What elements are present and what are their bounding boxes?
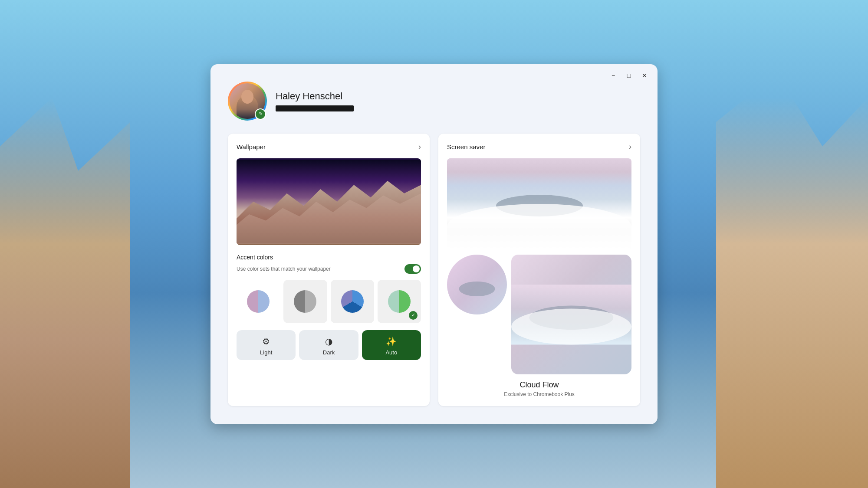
wallpaper-panel-header[interactable]: Wallpaper ›	[237, 142, 421, 151]
swatch-circle-2	[294, 290, 316, 313]
screensaver-thumbnails	[447, 255, 631, 375]
wallpaper-panel: Wallpaper ›	[228, 134, 430, 406]
profile-section: ✎ Haley Henschel	[228, 82, 640, 121]
screensaver-panel-title: Screen saver	[447, 143, 485, 151]
avatar-container: ✎	[228, 82, 267, 121]
color-swatch-3[interactable]	[331, 280, 374, 323]
swatch-selected-check: ✓	[409, 311, 418, 320]
edit-icon: ✎	[259, 111, 263, 117]
theme-auto-label: Auto	[385, 349, 397, 356]
wallpaper-chevron-icon: ›	[418, 142, 421, 151]
screensaver-subtitle: Exclusive to Chromebook Plus	[447, 391, 631, 397]
avatar-edit-button[interactable]: ✎	[255, 108, 266, 120]
title-bar: − □ ✕	[600, 64, 658, 87]
profile-email	[276, 105, 354, 111]
panels-row: Wallpaper ›	[228, 134, 640, 406]
screensaver-panel-header[interactable]: Screen saver ›	[447, 142, 631, 151]
accent-subtitle: Use color sets that match your wallpaper	[237, 266, 331, 272]
thumb-island-small	[459, 282, 495, 297]
close-button[interactable]: ✕	[638, 69, 651, 82]
color-swatch-1[interactable]	[237, 280, 280, 323]
theme-auto-button[interactable]: ✨ Auto	[362, 330, 421, 360]
window-content: ✎ Haley Henschel Wallpaper ›	[210, 64, 658, 424]
theme-buttons: ⚙ Light ◑ Dark ✨ Auto	[237, 330, 421, 360]
accent-subtitle-row: Use color sets that match your wallpaper	[237, 264, 421, 274]
swatch-circle-4	[388, 290, 411, 313]
dark-icon: ◑	[325, 336, 332, 347]
svg-point-5	[511, 308, 631, 344]
swatch-circle-3	[341, 290, 364, 313]
theme-light-button[interactable]: ⚙ Light	[237, 330, 296, 360]
theme-light-label: Light	[260, 349, 272, 356]
accent-toggle[interactable]	[404, 264, 421, 274]
screensaver-name: Cloud Flow	[447, 380, 631, 390]
auto-icon: ✨	[386, 336, 397, 347]
swatch-circle-1	[247, 290, 270, 313]
wallpaper-svg	[237, 158, 421, 245]
profile-name: Haley Henschel	[276, 91, 354, 102]
color-swatches: ✓	[237, 280, 421, 323]
color-swatch-2[interactable]	[283, 280, 327, 323]
screensaver-main-preview[interactable]	[447, 158, 631, 249]
cloud-layer	[447, 204, 631, 249]
personalization-window: − □ ✕ ✎ Haley Henschel	[210, 64, 658, 424]
theme-dark-button[interactable]: ◑ Dark	[299, 330, 358, 360]
profile-info: Haley Henschel	[276, 91, 354, 111]
screensaver-panel: Screen saver ›	[438, 134, 640, 406]
minimize-button[interactable]: −	[607, 69, 619, 82]
accent-title: Accent colors	[237, 254, 421, 261]
wallpaper-panel-title: Wallpaper	[237, 143, 266, 151]
screensaver-chevron-icon: ›	[629, 142, 631, 151]
screensaver-thumb-svg	[511, 255, 631, 375]
wallpaper-preview[interactable]	[237, 158, 421, 245]
screensaver-thumb-large[interactable]	[511, 255, 631, 375]
screensaver-thumb-small[interactable]	[447, 255, 507, 314]
maximize-button[interactable]: □	[623, 69, 635, 82]
light-icon: ⚙	[262, 336, 270, 347]
theme-dark-label: Dark	[323, 349, 335, 356]
color-swatch-4[interactable]: ✓	[378, 280, 421, 323]
accent-colors-section: Accent colors Use color sets that match …	[237, 254, 421, 323]
